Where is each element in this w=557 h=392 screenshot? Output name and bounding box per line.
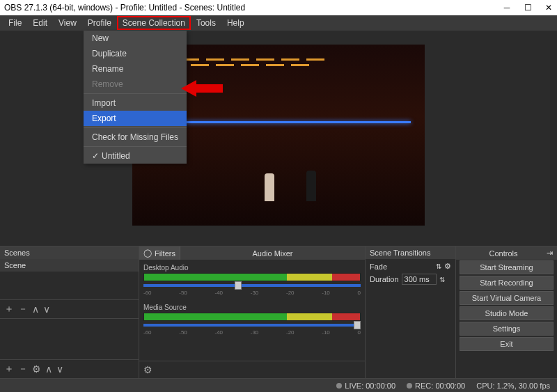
menu-view[interactable]: View <box>53 16 82 30</box>
controls-header-label: Controls <box>460 249 547 258</box>
mixer-gear-icon[interactable]: ⚙ <box>143 364 152 375</box>
menu-edit[interactable]: Edit <box>27 16 53 30</box>
filters-icon: ◯ <box>143 249 152 258</box>
source-gear-icon[interactable]: ⚙ <box>32 363 41 375</box>
dd-untitled[interactable]: ✓ Untitled <box>84 148 187 164</box>
live-text: LIVE: 00:00:00 <box>345 382 395 390</box>
menu-help[interactable]: Help <box>221 16 250 30</box>
annotation-arrow <box>181 78 223 101</box>
mixer-body: Desktop Audio -60-50-40-30-20-100 Media … <box>139 260 365 361</box>
minimize-icon[interactable]: ─ <box>503 3 511 12</box>
svg-marker-0 <box>181 80 223 97</box>
track-desktop-audio: Desktop Audio -60-50-40-30-20-100 <box>143 264 361 295</box>
slider-thumb[interactable] <box>235 281 242 290</box>
duration-spinner-icon[interactable]: ⇅ <box>439 276 445 283</box>
scene-collection-dropdown: New Duplicate Rename Remove Import Expor… <box>84 31 187 164</box>
source-up-icon[interactable]: ∧ <box>45 363 52 375</box>
filters-label: Filters <box>155 249 175 258</box>
close-icon[interactable]: ✕ <box>544 3 553 12</box>
mixer-toolbar: ⚙ <box>139 361 365 378</box>
transition-type[interactable]: Fade <box>370 262 433 271</box>
start-virtual-camera-button[interactable]: Start Virtual Camera <box>460 291 554 305</box>
volume-slider[interactable] <box>143 324 361 327</box>
scene-up-icon[interactable]: ∧ <box>32 304 39 315</box>
status-rec: REC: 00:00:00 <box>407 382 465 390</box>
dd-remove: Remove <box>84 77 187 92</box>
start-streaming-button[interactable]: Start Streaming <box>460 260 554 274</box>
bottom-panels: Scenes Scene ＋ － ∧ ∨ ＋ － ⚙ ∧ ∨ ◯ Filters… <box>0 246 557 378</box>
duration-input[interactable] <box>402 274 437 285</box>
add-scene-icon[interactable]: ＋ <box>4 303 14 315</box>
scenes-header: Scenes <box>0 246 139 259</box>
transitions-header: Scene Transitions <box>366 246 455 259</box>
menu-scene-collection[interactable]: Scene Collection <box>117 16 191 30</box>
start-recording-button[interactable]: Start Recording <box>460 276 554 290</box>
db-ticks: -60-50-40-30-20-100 <box>143 329 361 335</box>
track-name: Media Source <box>143 304 361 311</box>
track-name: Desktop Audio <box>143 264 361 272</box>
duration-label: Duration <box>370 275 399 283</box>
menu-profile[interactable]: Profile <box>82 16 117 30</box>
dd-separator <box>84 127 187 128</box>
exit-button[interactable]: Exit <box>460 337 554 351</box>
dd-separator <box>84 93 187 94</box>
controls-panel: Controls ⇥ Start Streaming Start Recordi… <box>456 246 557 378</box>
remove-scene-icon[interactable]: － <box>18 303 28 315</box>
track-media-source: Media Source -60-50-40-30-20-100 <box>143 304 361 335</box>
transitions-header-label: Scene Transitions <box>370 249 430 257</box>
rec-dot-icon <box>407 383 412 389</box>
dd-untitled-label: Untitled <box>102 151 130 161</box>
window-buttons: ─ ☐ ✕ <box>503 3 553 12</box>
status-cpu: CPU: 1.2%, 30.00 fps <box>476 382 550 390</box>
mixer-title: Audio Mixer <box>180 247 365 260</box>
scene-item[interactable]: Scene <box>0 259 139 272</box>
source-down-icon[interactable]: ∨ <box>56 363 63 375</box>
scenes-panel: Scenes Scene ＋ － ∧ ∨ ＋ － ⚙ ∧ ∨ <box>0 246 139 378</box>
performer-1 <box>265 173 274 201</box>
dd-import[interactable]: Import <box>84 95 187 111</box>
controls-header: Controls ⇥ <box>456 246 557 260</box>
titlebar: OBS 27.1.3 (64-bit, windows) - Profile: … <box>0 0 557 15</box>
studio-mode-button[interactable]: Studio Mode <box>460 306 554 320</box>
dd-new[interactable]: New <box>84 31 187 46</box>
dd-duplicate[interactable]: Duplicate <box>84 46 187 61</box>
filters-button[interactable]: ◯ Filters <box>139 246 180 260</box>
rec-text: REC: 00:00:00 <box>415 382 465 390</box>
transitions-panel: Scene Transitions Fade ⇅ ⚙ Duration ⇅ <box>366 246 456 378</box>
dd-export[interactable]: Export <box>84 111 187 126</box>
dd-rename[interactable]: Rename <box>84 61 187 77</box>
volume-slider[interactable] <box>143 284 361 287</box>
sources-toolbar: ＋ － ⚙ ∧ ∨ <box>0 359 139 378</box>
db-ticks: -60-50-40-30-20-100 <box>143 290 361 295</box>
mixer-header: ◯ Filters Audio Mixer <box>139 246 365 260</box>
check-icon: ✓ <box>92 151 99 161</box>
scenes-toolbar: ＋ － ∧ ∨ <box>0 299 139 318</box>
maximize-icon[interactable]: ☐ <box>524 3 532 12</box>
audio-mixer-panel: ◯ Filters Audio Mixer Desktop Audio -60-… <box>139 246 366 378</box>
statusbar: LIVE: 00:00:00 REC: 00:00:00 CPU: 1.2%, … <box>0 378 557 392</box>
transitions-body: Fade ⇅ ⚙ Duration ⇅ <box>366 259 455 378</box>
scenes-list[interactable]: Scene <box>0 259 139 299</box>
blue-light-strip <box>181 121 411 123</box>
sources-area <box>0 318 139 359</box>
vu-meter <box>143 313 361 321</box>
controls-expand-icon[interactable]: ⇥ <box>547 249 553 258</box>
menu-file[interactable]: File <box>3 16 27 30</box>
settings-button[interactable]: Settings <box>460 322 554 336</box>
slider-thumb[interactable] <box>354 321 361 329</box>
status-live: LIVE: 00:00:00 <box>336 382 395 390</box>
remove-source-icon[interactable]: － <box>18 363 28 375</box>
vu-meter <box>143 273 361 281</box>
transition-spinner-icon[interactable]: ⇅ <box>436 262 441 270</box>
cpu-text: CPU: 1.2%, 30.00 fps <box>476 382 550 390</box>
menubar: File Edit View Profile Scene Collection … <box>0 15 557 31</box>
dd-check-missing[interactable]: Check for Missing Files <box>84 130 187 145</box>
scene-down-icon[interactable]: ∨ <box>43 304 50 315</box>
window-title: OBS 27.1.3 (64-bit, windows) - Profile: … <box>4 3 245 13</box>
performer-2 <box>306 171 316 201</box>
menu-tools[interactable]: Tools <box>191 16 221 30</box>
transition-gear-icon[interactable]: ⚙ <box>444 262 451 271</box>
add-source-icon[interactable]: ＋ <box>4 363 14 375</box>
dd-separator <box>84 146 187 147</box>
live-dot-icon <box>336 383 342 389</box>
